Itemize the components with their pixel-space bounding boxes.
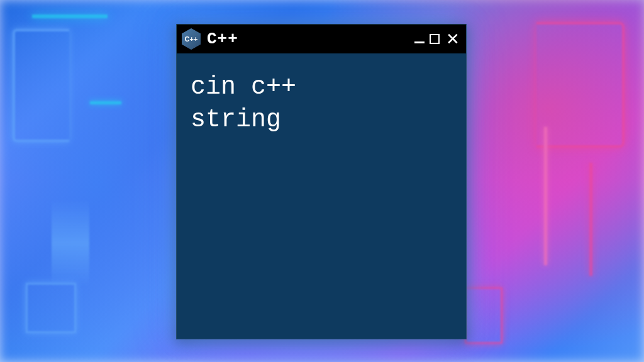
titlebar[interactable]: C++ C++ ✕ [177,25,466,53]
window-title: C++ [207,30,238,48]
cpp-icon-text: C++ [185,35,198,43]
maximize-button[interactable] [430,34,440,44]
minimize-button[interactable] [414,41,425,43]
terminal-window[interactable]: C++ C++ ✕ cin c++ string [176,24,467,339]
titlebar-left: C++ C++ [182,28,238,50]
close-button[interactable]: ✕ [446,31,460,47]
cpp-logo-icon: C++ [182,28,201,50]
terminal-line: string [191,104,452,136]
terminal-body[interactable]: cin c++ string [177,53,466,154]
terminal-line: cin c++ [191,71,452,104]
window-controls: ✕ [414,31,460,47]
